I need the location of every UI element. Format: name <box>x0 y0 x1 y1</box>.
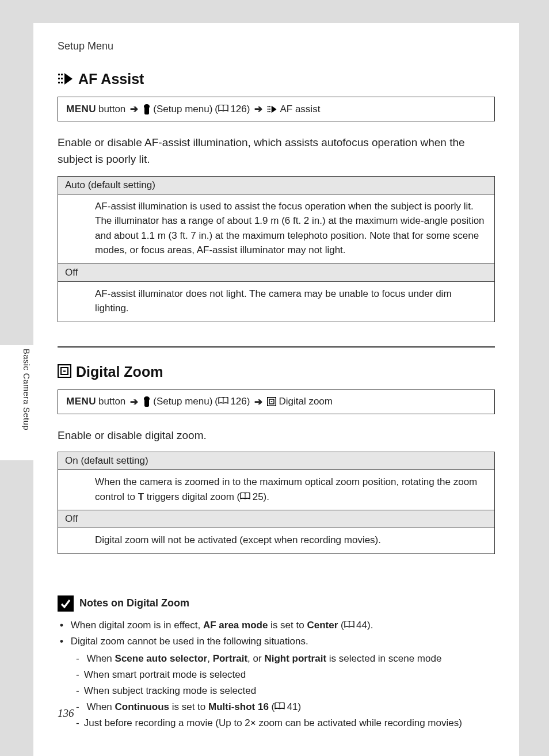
wrench-icon <box>143 104 151 114</box>
option-description: When the camera is zoomed in to the maxi… <box>58 470 495 510</box>
option-label: Off <box>58 264 495 281</box>
zoom-t-label: T <box>138 491 144 502</box>
notes-sub-item: Just before recording a movie (Up to 2× … <box>76 715 495 731</box>
af-assist-icon-small <box>267 105 277 113</box>
nav-path-digital-zoom: MENU button ➔ (Setup menu) ( 126) ➔ Digi… <box>58 390 495 414</box>
wrench-icon <box>143 396 151 407</box>
notes-bullet: Digital zoom cannot be used in the follo… <box>60 633 495 731</box>
arrow-icon: ➔ <box>130 103 138 115</box>
notes-sub-list: When Scene auto selector, Portrait, or N… <box>60 651 495 731</box>
check-badge-icon <box>58 595 74 612</box>
notes-title-text: Notes on Digital Zoom <box>79 597 189 609</box>
book-icon <box>218 397 228 404</box>
heading-digital-zoom-text: Digital Zoom <box>76 364 163 380</box>
option-description: AF-assist illumination is used to assist… <box>58 194 495 264</box>
notes-list: When digital zoom is in effect, AF area … <box>58 617 495 731</box>
book-icon <box>218 105 228 112</box>
menu-button-label: MENU <box>66 396 96 407</box>
svg-rect-7 <box>268 106 269 107</box>
path-item-af-assist: AF assist <box>280 104 320 115</box>
svg-rect-12 <box>269 111 270 112</box>
option-label: Auto (default setting) <box>58 176 495 194</box>
button-word: button <box>98 396 125 407</box>
side-chapter-label: Basic Camera Setup <box>22 349 31 430</box>
arrow-icon: ➔ <box>130 396 138 408</box>
page-ref-41: 41 <box>287 701 298 712</box>
arrow-icon: ➔ <box>254 103 262 115</box>
page-ref-44: 44 <box>356 620 367 631</box>
page-ref-126: 126 <box>230 104 246 114</box>
book-icon <box>274 702 285 710</box>
book-icon <box>240 492 250 500</box>
svg-rect-5 <box>61 82 63 83</box>
setup-menu-label: (Setup menu) <box>153 104 212 115</box>
intro-af-assist: Enable or disable AF-assist illumination… <box>58 134 495 168</box>
svg-rect-2 <box>58 82 60 83</box>
page-ref-126: 126 <box>230 396 246 407</box>
svg-rect-0 <box>58 74 60 75</box>
svg-rect-8 <box>268 108 269 109</box>
section-divider <box>58 346 495 348</box>
svg-rect-10 <box>269 106 270 107</box>
intro-digital-zoom: Enable or disable digital zoom. <box>58 427 495 444</box>
notes-bullet: When digital zoom is in effect, AF area … <box>60 617 495 633</box>
page-header-path: Setup Menu <box>58 40 495 52</box>
nav-path-af-assist: MENU button ➔ (Setup menu) ( 126) ➔ AF a… <box>58 97 495 121</box>
button-word: button <box>98 104 125 115</box>
arrow-icon: ➔ <box>254 396 262 408</box>
notes-block: Notes on Digital Zoom When digital zoom … <box>58 595 495 731</box>
page-ref-25: 25 <box>253 491 264 502</box>
notes-title: Notes on Digital Zoom <box>58 595 495 612</box>
option-description: Digital zoom will not be activated (exce… <box>58 528 495 554</box>
options-table-af-assist: Auto (default setting) AF-assist illumin… <box>58 176 495 322</box>
path-item-digital-zoom: Digital zoom <box>279 396 333 407</box>
manual-page: Setup Menu AF Assist MENU button ➔ (Setu… <box>33 23 519 756</box>
svg-rect-1 <box>58 78 60 79</box>
notes-sub-item: When Scene auto selector, Portrait, or N… <box>76 651 495 667</box>
option-description: AF-assist illuminator does not light. Th… <box>58 281 495 322</box>
svg-rect-11 <box>269 108 270 109</box>
heading-af-assist: AF Assist <box>58 71 495 87</box>
notes-sub-item: When Continuous is set to Multi-shot 16 … <box>76 699 495 715</box>
page-number: 136 <box>58 707 74 720</box>
option-label: On (default setting) <box>58 452 495 470</box>
options-table-digital-zoom: On (default setting) When the camera is … <box>58 452 495 554</box>
menu-button-label: MENU <box>66 104 96 115</box>
svg-rect-9 <box>268 111 269 112</box>
notes-sub-item: When subject tracking mode is selected <box>76 683 495 699</box>
notes-sub-item: When smart portrait mode is selected <box>76 667 495 683</box>
heading-digital-zoom: Digital Zoom <box>58 364 495 380</box>
svg-rect-3 <box>61 74 63 75</box>
digital-zoom-icon-small <box>267 397 276 406</box>
svg-rect-4 <box>61 78 63 79</box>
digital-zoom-icon <box>58 364 71 380</box>
af-assist-icon <box>58 71 74 87</box>
setup-menu-label: (Setup menu) <box>153 396 212 407</box>
option-label: Off <box>58 510 495 528</box>
heading-af-assist-text: AF Assist <box>78 71 144 87</box>
book-icon <box>344 621 354 628</box>
